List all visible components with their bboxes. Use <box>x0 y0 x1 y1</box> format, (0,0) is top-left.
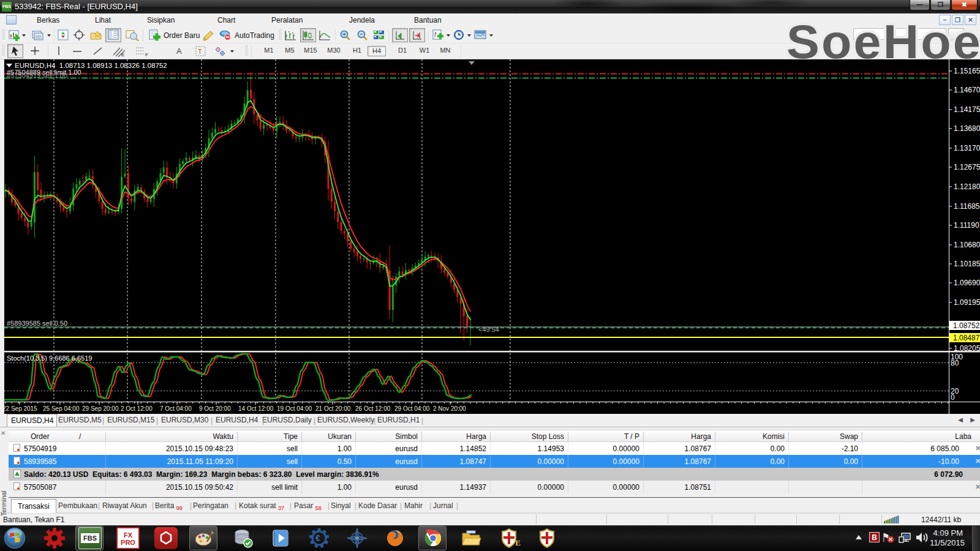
svg-text:1.08487: 1.08487 <box>953 334 980 342</box>
svg-text:2 Nov 20:00: 2 Nov 20:00 <box>433 405 466 412</box>
svg-text:14 Oct 12:00: 14 Oct 12:00 <box>238 405 274 412</box>
svg-text:#58939585 sell 0.50: #58939585 sell 0.50 <box>7 320 67 327</box>
svg-text:2 Oct 12:00: 2 Oct 12:00 <box>121 405 153 412</box>
svg-text:1.12675: 1.12675 <box>954 163 980 171</box>
svg-text:T: T <box>198 48 202 55</box>
svg-text:1.08205: 1.08205 <box>954 344 980 353</box>
svg-text:1.08752: 1.08752 <box>953 321 980 330</box>
svg-text:1.10680: 1.10680 <box>954 241 980 249</box>
svg-text:80: 80 <box>951 359 959 367</box>
svg-text:9 Oct 20:00: 9 Oct 20:00 <box>199 405 231 412</box>
svg-text:1.12180: 1.12180 <box>954 182 980 191</box>
svg-text:22 Sep 2015: 22 Sep 2015 <box>2 405 37 412</box>
svg-text:1.11685: 1.11685 <box>954 202 980 211</box>
svg-text:7 Oct 04:00: 7 Oct 04:00 <box>160 405 192 412</box>
svg-text:1.09690: 1.09690 <box>954 279 980 287</box>
svg-text:1.15165: 1.15165 <box>954 67 980 75</box>
svg-text:19 Oct 04:00: 19 Oct 04:00 <box>277 405 312 412</box>
svg-text:#57504919 sell 1.00: #57504919 sell 1.00 <box>7 72 67 79</box>
svg-text:29 Sep 20:00: 29 Sep 20:00 <box>82 405 119 412</box>
svg-text:26 Oct 12:00: 26 Oct 12:00 <box>355 405 391 412</box>
svg-text:Stoch(10,3,5) 9.6686 6.6519: Stoch(10,3,5) 9.6686 6.6519 <box>7 354 92 362</box>
svg-text:0: 0 <box>951 393 955 402</box>
svg-text:29 Oct 04:00: 29 Oct 04:00 <box>394 405 430 412</box>
svg-text:25 Sep 04:00: 25 Sep 04:00 <box>43 405 80 412</box>
svg-text:1.14670: 1.14670 <box>954 86 980 94</box>
svg-text:1.13680: 1.13680 <box>954 124 980 133</box>
svg-text:1.14175: 1.14175 <box>954 105 980 114</box>
svg-text:1.09195: 1.09195 <box>954 298 980 307</box>
svg-text:E: E <box>121 52 124 58</box>
svg-text:F: F <box>145 52 148 58</box>
svg-text:€: € <box>315 533 320 543</box>
svg-text:21 Oct 20:00: 21 Oct 20:00 <box>315 405 351 412</box>
svg-text:<49:54: <49:54 <box>478 326 499 333</box>
svg-text:1.10185: 1.10185 <box>954 260 980 268</box>
svg-text:1.11190: 1.11190 <box>954 221 979 230</box>
svg-text:1.13170: 1.13170 <box>954 144 980 152</box>
